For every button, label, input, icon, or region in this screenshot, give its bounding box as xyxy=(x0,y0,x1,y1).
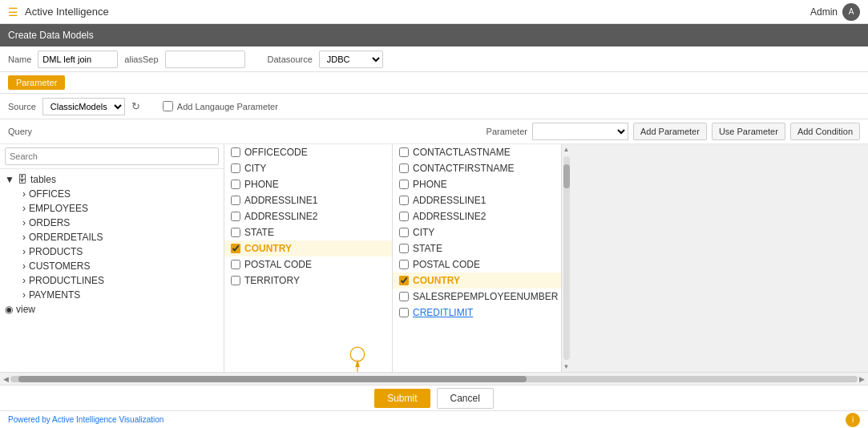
tree-item-payments[interactable]: › PAYMENTS xyxy=(0,288,224,302)
view-label: view xyxy=(16,304,35,315)
h-scroll-track xyxy=(10,376,858,382)
col-r-state: STATE xyxy=(393,240,561,256)
col-officecode: OFFICECODE xyxy=(224,144,392,160)
col-salesrep-check[interactable] xyxy=(399,292,409,301)
search-input[interactable] xyxy=(5,147,219,165)
source-label: Source xyxy=(8,102,36,111)
col-postalcode-label: POSTAL CODE xyxy=(244,259,312,270)
name-input[interactable] xyxy=(38,50,118,68)
col-r-city-check[interactable] xyxy=(399,228,409,237)
col-country-left: COUNTRY xyxy=(224,240,392,256)
col-r-addressline2-label: ADDRESSLINE2 xyxy=(413,211,486,222)
add-lang-checkbox[interactable] xyxy=(163,101,173,111)
orderdetails-label: ORDERDETAILS xyxy=(29,232,103,243)
col-contactfirstname: CONTACTFIRSTNAME xyxy=(393,160,561,176)
use-parameter-button[interactable]: Use Parameter xyxy=(712,123,785,140)
query-label: Query xyxy=(8,127,32,136)
parameter-tab[interactable]: Parameter xyxy=(8,75,65,90)
cancel-button[interactable]: Cancel xyxy=(437,388,494,409)
col-phone-label: PHONE xyxy=(244,179,279,190)
col-state-check[interactable] xyxy=(231,228,240,237)
source-select[interactable]: ClassicModels xyxy=(42,98,125,115)
add-lang-label: Add Langauge Parameter xyxy=(177,102,278,111)
refresh-button[interactable]: ↻ xyxy=(131,100,140,112)
col-r-addressline2-check[interactable] xyxy=(399,212,409,221)
h-scroll-thumb xyxy=(18,376,527,382)
scroll-up-icon[interactable]: ▲ xyxy=(562,144,571,155)
col-r-addressline1-check[interactable] xyxy=(399,196,409,205)
tree-item-products[interactable]: › PRODUCTS xyxy=(0,244,224,259)
tables-collapse-icon: ▼ xyxy=(5,174,14,185)
col-city: CITY xyxy=(224,160,392,176)
col-territory-check[interactable] xyxy=(231,276,240,285)
col-addressline1-label: ADDRESSLINE1 xyxy=(244,195,317,206)
col-contactfirstname-label: CONTACTFIRSTNAME xyxy=(413,163,514,174)
right-columns-panel: CONTACTLASTNAME CONTACTFIRSTNAME PHONE A… xyxy=(393,144,561,372)
footer-icon: i xyxy=(846,413,860,427)
inner-content: Source ClassicModels ↻ Add Langauge Para… xyxy=(0,94,868,385)
right-scrollbar[interactable]: ▲ ▼ xyxy=(561,144,571,372)
col-r-phone-label: PHONE xyxy=(413,179,447,190)
tree-item-orderdetails[interactable]: › ORDERDETAILS xyxy=(0,230,224,244)
tree-item-employees[interactable]: › EMPLOYEES xyxy=(0,201,224,216)
col-state: STATE xyxy=(224,224,392,240)
add-condition-button[interactable]: Add Condition xyxy=(790,123,860,140)
avatar[interactable]: A xyxy=(842,3,860,21)
employees-arrow: › xyxy=(22,203,26,214)
scroll-track xyxy=(563,156,570,360)
param-dropdown[interactable] xyxy=(532,123,628,140)
col-country-right-check[interactable] xyxy=(399,276,409,285)
hamburger-icon[interactable]: ☰ xyxy=(8,6,18,18)
col-country-left-check[interactable] xyxy=(231,244,240,253)
col-phone-check[interactable] xyxy=(231,180,240,189)
tree-tables-group[interactable]: ▼ 🗄 tables xyxy=(0,172,224,187)
footer-text: Powered by Active Intelligence Visualiza… xyxy=(8,415,164,424)
payments-arrow: › xyxy=(22,289,26,301)
tree-item-orders[interactable]: › ORDERS xyxy=(0,216,224,230)
add-lang-area: Add Langauge Parameter xyxy=(163,101,278,111)
tree-item-productlines[interactable]: › PRODUCTLINES xyxy=(0,273,224,288)
col-r-postalcode: POSTAL CODE xyxy=(393,256,561,273)
col-r-postalcode-check[interactable] xyxy=(399,260,409,269)
scroll-down-icon[interactable]: ▼ xyxy=(562,361,571,372)
productlines-label: PRODUCTLINES xyxy=(29,275,104,286)
h-scroll-right-icon[interactable]: ▶ xyxy=(859,375,865,383)
col-country-right: COUNTRY xyxy=(393,273,561,289)
col-country-left-label: COUNTRY xyxy=(244,243,292,254)
app-title: Active Intelligence xyxy=(25,6,109,18)
name-label: Name xyxy=(8,55,31,64)
tree-item-customers[interactable]: › CUSTOMERS xyxy=(0,259,224,273)
tree-item-offices[interactable]: › OFFICES xyxy=(0,187,224,201)
alias-label: aliasSep xyxy=(124,55,158,64)
col-postalcode-check[interactable] xyxy=(231,260,240,269)
submit-button[interactable]: Submit xyxy=(374,389,430,408)
tree-view-group[interactable]: ◉ view xyxy=(0,302,224,317)
col-addressline1-check[interactable] xyxy=(231,196,240,205)
col-addressline1: ADDRESSLINE1 xyxy=(224,192,392,208)
tree-panel: ▼ 🗄 tables › OFFICES › EMPLOYEES › OR xyxy=(0,144,224,372)
add-parameter-button[interactable]: Add Parameter xyxy=(633,123,707,140)
col-r-state-check[interactable] xyxy=(399,244,409,253)
col-r-phone-check[interactable] xyxy=(399,180,409,189)
col-country-right-label: COUNTRY xyxy=(413,275,460,286)
col-creditlimit: CREDITLIMIT xyxy=(393,305,561,321)
col-creditlimit-check[interactable] xyxy=(399,308,409,317)
col-r-state-label: STATE xyxy=(413,243,442,254)
page-title: Create Data Models xyxy=(8,30,94,41)
alias-input[interactable] xyxy=(165,50,245,68)
col-contactlastname-check[interactable] xyxy=(399,147,409,157)
horizontal-scrollbar[interactable]: ◀ ▶ xyxy=(0,372,868,385)
submit-row: Submit Cancel xyxy=(0,385,868,410)
form-row: Name aliasSep Datasource JDBC xyxy=(0,46,868,72)
col-officecode-check[interactable] xyxy=(231,147,240,157)
col-city-check[interactable] xyxy=(231,164,240,173)
param-tab-row: Parameter xyxy=(0,72,868,94)
datasource-select[interactable]: JDBC xyxy=(319,50,383,68)
col-r-addressline1: ADDRESSLINE1 xyxy=(393,192,561,208)
orderdetails-arrow: › xyxy=(22,232,26,243)
col-city-label: CITY xyxy=(244,163,266,174)
col-contactfirstname-check[interactable] xyxy=(399,164,409,173)
col-r-postalcode-label: POSTAL CODE xyxy=(413,259,480,270)
h-scroll-left-icon[interactable]: ◀ xyxy=(3,375,9,383)
col-addressline2-check[interactable] xyxy=(231,212,240,221)
